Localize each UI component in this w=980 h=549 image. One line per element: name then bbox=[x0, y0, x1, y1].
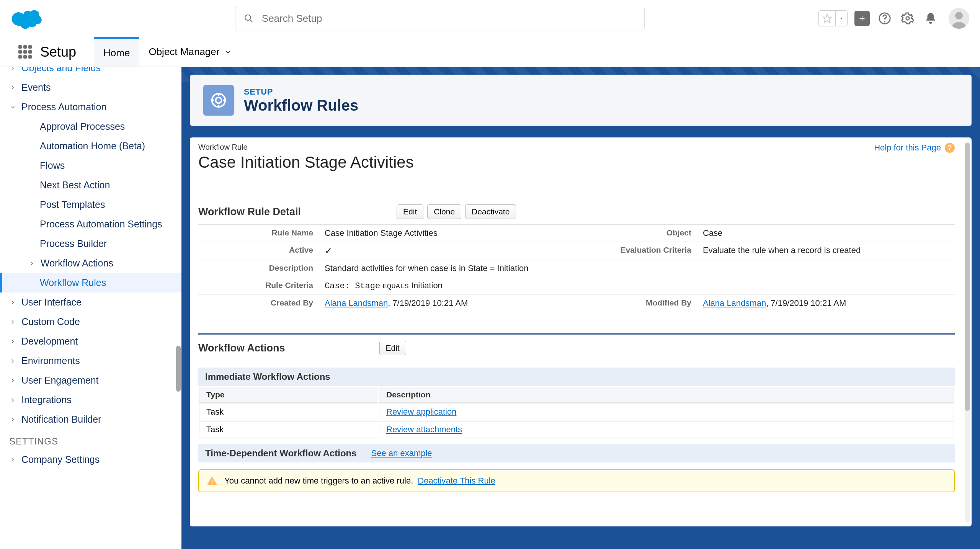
sidebar-item-development[interactable]: Development bbox=[0, 332, 181, 351]
label-object: Object bbox=[577, 228, 703, 238]
svg-point-0 bbox=[245, 15, 250, 20]
sidebar-item-objects-fields[interactable]: Objects and Fields bbox=[0, 67, 181, 78]
value-rule-name: Case Initiation Stage Activities bbox=[325, 228, 577, 238]
app-launcher-icon[interactable] bbox=[18, 37, 32, 67]
table-row: Task Review application bbox=[199, 404, 954, 420]
warning-text: You cannot add new time triggers to an a… bbox=[224, 476, 413, 486]
sidebar-item-environments[interactable]: Environments bbox=[0, 351, 181, 371]
svg-point-8 bbox=[216, 97, 221, 103]
content-panel: Workflow Rule Case Initiation Stage Acti… bbox=[190, 137, 972, 526]
record-type-label: Workflow Rule bbox=[198, 143, 414, 152]
chevron-right-icon bbox=[9, 299, 16, 306]
workflow-rules-icon bbox=[203, 85, 234, 116]
content-scrollbar[interactable] bbox=[965, 143, 970, 411]
sidebar-item-integrations[interactable]: Integrations bbox=[0, 390, 181, 410]
label-evaluation-criteria: Evaluation Criteria bbox=[577, 245, 703, 256]
chevron-right-icon bbox=[28, 260, 35, 267]
immediate-actions-table: Type Description Task Review application… bbox=[198, 386, 955, 439]
favorites-dropdown[interactable] bbox=[836, 11, 847, 26]
sidebar-item-next-best-action[interactable]: Next Best Action bbox=[0, 175, 181, 195]
app-nav-bar: Setup Home Object Manager bbox=[0, 37, 980, 67]
sidebar-item-user-engagement[interactable]: User Engagement bbox=[0, 371, 181, 390]
action-link[interactable]: Review application bbox=[386, 407, 456, 417]
notifications-icon[interactable] bbox=[923, 10, 939, 26]
svg-marker-2 bbox=[823, 14, 831, 23]
immediate-actions-heading: Immediate Workflow Actions bbox=[198, 368, 955, 386]
chevron-right-icon bbox=[9, 456, 16, 463]
see-example-link[interactable]: See an example bbox=[371, 448, 432, 458]
salesforce-logo[interactable] bbox=[11, 8, 42, 29]
sidebar-item-events[interactable]: Events bbox=[0, 78, 181, 97]
sidebar-item-custom-code[interactable]: Custom Code bbox=[0, 312, 181, 332]
sidebar-item-flows[interactable]: Flows bbox=[0, 156, 181, 175]
tab-home[interactable]: Home bbox=[94, 37, 139, 67]
label-description: Description bbox=[198, 263, 325, 273]
label-rule-criteria: Rule Criteria bbox=[198, 281, 325, 291]
deactivate-button[interactable]: Deactivate bbox=[465, 204, 516, 219]
created-by-user-link[interactable]: Alana Landsman bbox=[325, 298, 388, 308]
value-rule-criteria: Case: Stage EQUALS Initiation bbox=[325, 281, 955, 291]
warning-box: You cannot add new time triggers to an a… bbox=[198, 469, 955, 492]
main-content: SETUP Workflow Rules Workflow Rule Case … bbox=[181, 67, 980, 549]
sidebar-scrollbar[interactable] bbox=[176, 346, 181, 392]
sidebar-item-user-interface[interactable]: User Interface bbox=[0, 292, 181, 312]
global-search[interactable] bbox=[235, 6, 645, 31]
record-name: Case Initiation Stage Activities bbox=[198, 153, 414, 172]
chevron-right-icon bbox=[9, 358, 16, 364]
svg-point-5 bbox=[906, 17, 910, 20]
chevron-down-icon bbox=[224, 48, 232, 56]
detail-section-heading: Workflow Rule Detail bbox=[198, 206, 301, 218]
sidebar-item-workflow-actions[interactable]: Workflow Actions bbox=[0, 253, 181, 273]
svg-rect-15 bbox=[212, 483, 212, 484]
sidebar-item-pa-settings[interactable]: Process Automation Settings bbox=[0, 214, 181, 234]
global-header bbox=[0, 0, 980, 37]
page-title: Workflow Rules bbox=[244, 97, 358, 114]
sidebar-item-post-templates[interactable]: Post Templates bbox=[0, 195, 181, 214]
deactivate-rule-link[interactable]: Deactivate This Rule bbox=[418, 476, 495, 486]
clone-button[interactable]: Clone bbox=[427, 204, 461, 219]
action-link[interactable]: Review attachments bbox=[386, 425, 462, 434]
value-evaluation-criteria: Evaluate the rule when a record is creat… bbox=[703, 245, 955, 256]
chevron-right-icon bbox=[9, 397, 16, 404]
setup-tree[interactable]: Objects and Fields Events Process Automa… bbox=[0, 67, 181, 549]
help-for-this-page-link[interactable]: Help for this Page ? bbox=[874, 143, 955, 153]
col-description: Description bbox=[379, 387, 954, 403]
time-dependent-heading: Time-Dependent Workflow Actions See an e… bbox=[198, 444, 955, 462]
table-row: Task Review attachments bbox=[199, 421, 954, 438]
edit-actions-button[interactable]: Edit bbox=[379, 341, 406, 355]
sidebar-item-notification-builder[interactable]: Notification Builder bbox=[0, 410, 181, 429]
sidebar-item-automation-home[interactable]: Automation Home (Beta) bbox=[0, 136, 181, 156]
svg-rect-14 bbox=[212, 480, 212, 482]
tab-object-manager[interactable]: Object Manager bbox=[139, 37, 241, 67]
setup-gear-icon[interactable] bbox=[900, 10, 916, 26]
sidebar-item-workflow-rules[interactable]: Workflow Rules bbox=[0, 273, 181, 292]
star-icon[interactable] bbox=[819, 11, 836, 26]
favorites-control[interactable] bbox=[818, 10, 848, 26]
sidebar-heading-settings: SETTINGS bbox=[0, 429, 181, 450]
edit-button[interactable]: Edit bbox=[397, 204, 423, 219]
app-name: Setup bbox=[40, 37, 76, 67]
svg-line-1 bbox=[250, 20, 252, 22]
page-header: SETUP Workflow Rules bbox=[190, 75, 972, 126]
sidebar-item-process-automation[interactable]: Process Automation bbox=[0, 97, 181, 117]
search-icon bbox=[244, 13, 253, 23]
help-icon[interactable] bbox=[877, 10, 893, 26]
chevron-right-icon bbox=[9, 377, 16, 384]
chevron-right-icon bbox=[9, 319, 16, 325]
global-actions-button[interactable] bbox=[854, 11, 870, 26]
chevron-down-icon bbox=[9, 104, 16, 111]
user-avatar[interactable] bbox=[949, 8, 969, 29]
search-input[interactable] bbox=[262, 13, 636, 25]
value-modified-by: Alana Landsman, 7/19/2019 10:21 AM bbox=[703, 298, 955, 308]
value-object: Case bbox=[703, 228, 955, 238]
action-type: Task bbox=[199, 421, 378, 438]
modified-by-user-link[interactable]: Alana Landsman bbox=[703, 298, 766, 308]
action-type: Task bbox=[199, 404, 378, 420]
warning-icon bbox=[207, 475, 217, 486]
sidebar-item-process-builder[interactable]: Process Builder bbox=[0, 234, 181, 253]
breadcrumb: SETUP bbox=[244, 87, 358, 97]
chevron-right-icon bbox=[9, 84, 16, 91]
svg-point-7 bbox=[955, 12, 963, 20]
sidebar-item-company-settings[interactable]: Company Settings bbox=[0, 450, 181, 469]
sidebar-item-approval-processes[interactable]: Approval Processes bbox=[0, 117, 181, 136]
